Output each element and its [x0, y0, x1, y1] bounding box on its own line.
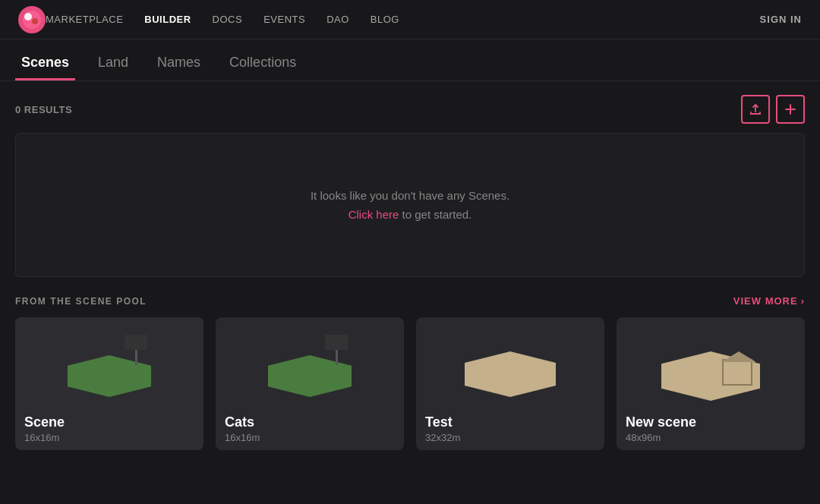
- scene-card-4-size: 48x96m: [626, 432, 796, 443]
- nav-dao[interactable]: DAO: [326, 14, 349, 25]
- empty-panel: It looks like you don't have any Scenes.…: [15, 133, 805, 277]
- scene-card-1-name: Scene: [24, 414, 194, 430]
- scene-3-illustration: [461, 329, 560, 397]
- nav-marketplace[interactable]: MARKETPLACE: [46, 14, 123, 25]
- nav-events[interactable]: EVENTS: [263, 14, 305, 25]
- results-bar: 0 RESULTS: [15, 95, 805, 124]
- scene-card-2-image: [216, 317, 404, 408]
- add-icon: [784, 103, 796, 115]
- scene-card-3-size: 32x32m: [425, 432, 595, 443]
- nav-builder[interactable]: BUILDER: [144, 14, 191, 25]
- chevron-right-icon: ›: [801, 295, 805, 307]
- nav-docs[interactable]: DOCS: [213, 14, 243, 25]
- nav-blog[interactable]: BLOG: [371, 14, 399, 25]
- scene-card-2-info: Cats 16x16m: [216, 408, 404, 448]
- scene-card-1-info: Scene 16x16m: [15, 408, 203, 448]
- billboard-2: [336, 335, 338, 365]
- scene-card-1-image: [15, 317, 203, 408]
- scene-card-4-info: New scene 48x96m: [617, 408, 805, 448]
- svg-point-1: [23, 11, 41, 29]
- pool-section: FROM THE SCENE POOL VIEW MORE › Scene 16…: [15, 295, 805, 450]
- tab-collections[interactable]: Collections: [223, 55, 302, 80]
- scene-card-1-size: 16x16m: [24, 432, 194, 443]
- main-content: 0 RESULTS It looks like you don't have a…: [0, 81, 820, 450]
- click-here-link[interactable]: Click here: [348, 208, 399, 221]
- ground-green-1: [68, 355, 151, 397]
- upload-icon: [749, 103, 762, 115]
- upload-button[interactable]: [741, 95, 770, 124]
- toolbar-buttons: [741, 95, 805, 124]
- signin-button[interactable]: SIGN IN: [760, 14, 802, 25]
- svg-point-3: [32, 18, 38, 24]
- scene-card-2-size: 16x16m: [225, 432, 395, 443]
- tab-land[interactable]: Land: [92, 55, 134, 80]
- scene-card-4-image: [617, 317, 805, 408]
- ground-green-2: [268, 355, 352, 397]
- scene-card-4-name: New scene: [626, 414, 796, 430]
- svg-point-2: [24, 13, 32, 20]
- scene-4-illustration: [658, 325, 764, 401]
- pool-label: FROM THE SCENE POOL: [15, 296, 147, 307]
- pool-header: FROM THE SCENE POOL VIEW MORE ›: [15, 295, 805, 307]
- tab-names[interactable]: Names: [151, 55, 207, 80]
- ground-tan-3: [465, 351, 556, 397]
- scene-card-3-info: Test 32x32m: [416, 408, 604, 448]
- tabs-bar: Scenes Land Names Collections: [0, 39, 820, 81]
- scene-card-3-image: [416, 317, 604, 408]
- empty-message: It looks like you don't have any Scenes.: [311, 189, 509, 202]
- logo[interactable]: [18, 6, 46, 33]
- navbar: MARKETPLACE BUILDER DOCS EVENTS DAO BLOG…: [0, 0, 820, 39]
- results-count: 0 RESULTS: [15, 104, 72, 115]
- scene-card-3-name: Test: [425, 414, 595, 430]
- scene-card-2[interactable]: Cats 16x16m: [216, 317, 404, 450]
- nav-links: MARKETPLACE BUILDER DOCS EVENTS DAO BLOG: [46, 14, 760, 25]
- scene-2-illustration: [260, 329, 359, 397]
- scene-card-4[interactable]: New scene 48x96m: [617, 317, 805, 450]
- scene-card-3[interactable]: Test 32x32m: [416, 317, 604, 450]
- scene-card-2-name: Cats: [225, 414, 395, 430]
- house-structure: [722, 359, 752, 386]
- empty-cta-line: Click here to get started.: [348, 208, 472, 221]
- scene-card-1[interactable]: Scene 16x16m: [15, 317, 203, 450]
- add-button[interactable]: [776, 95, 805, 124]
- view-more-button[interactable]: VIEW MORE ›: [733, 295, 805, 307]
- cards-grid: Scene 16x16m Cats 16x16m: [15, 317, 805, 450]
- scene-1-illustration: [60, 329, 159, 397]
- billboard-1: [135, 335, 137, 365]
- cta-suffix: to get started.: [399, 208, 472, 221]
- tab-scenes[interactable]: Scenes: [15, 55, 75, 80]
